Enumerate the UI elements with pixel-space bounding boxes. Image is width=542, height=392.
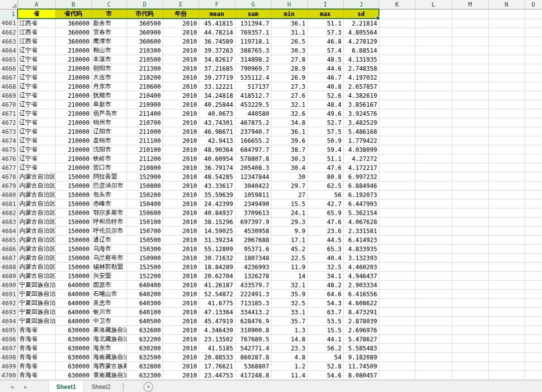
cell-city-code[interactable]: 211300 bbox=[126, 64, 163, 73]
cell-empty[interactable] bbox=[524, 371, 542, 380]
cell-city[interactable]: 包头市 bbox=[91, 190, 126, 200]
tab-sheet2[interactable]: Sheet2 bbox=[84, 380, 118, 392]
cell-province-code[interactable]: 210000 bbox=[55, 73, 91, 82]
row-header[interactable]: 4677 bbox=[0, 163, 18, 172]
cell-empty[interactable] bbox=[415, 290, 452, 299]
cell-empty[interactable] bbox=[415, 263, 452, 272]
cell-max[interactable]: 53.5 bbox=[307, 317, 343, 326]
row-header[interactable]: 4675 bbox=[0, 145, 18, 154]
cell-empty[interactable] bbox=[452, 109, 488, 118]
cell-province[interactable]: 内蒙古自治区 bbox=[18, 172, 55, 181]
cell-min[interactable]: 23.3 bbox=[271, 344, 307, 353]
cell-province[interactable]: 辽宁省 bbox=[18, 100, 55, 109]
column-header-b[interactable]: B bbox=[55, 0, 91, 9]
cell-empty[interactable] bbox=[488, 272, 524, 281]
cell-city-code[interactable]: 150700 bbox=[126, 227, 163, 236]
cell-mean[interactable]: 39.27719 bbox=[199, 73, 235, 82]
cell-city[interactable]: 丹东市 bbox=[91, 82, 126, 91]
row-header[interactable]: 4682 bbox=[0, 209, 18, 218]
row-header[interactable]: 4672 bbox=[0, 118, 18, 127]
cell-sum[interactable]: 433579.7 bbox=[235, 281, 271, 290]
cell-empty[interactable] bbox=[415, 55, 452, 64]
cell-empty[interactable] bbox=[452, 64, 488, 73]
cell-empty[interactable] bbox=[415, 281, 452, 290]
cell-sd[interactable]: 3.482529 bbox=[343, 118, 379, 127]
cell-min[interactable]: 35.7 bbox=[271, 317, 307, 326]
cell-max[interactable]: 40.8 bbox=[307, 82, 343, 91]
cell-empty[interactable] bbox=[379, 100, 415, 109]
cell-city-code[interactable]: 150500 bbox=[126, 236, 163, 245]
cell-province-code[interactable]: 640000 bbox=[55, 299, 91, 308]
cell-max[interactable]: 34.1 bbox=[307, 272, 343, 281]
cell-province-code[interactable]: 640000 bbox=[55, 281, 91, 290]
cell-city-code[interactable]: 210700 bbox=[126, 118, 163, 127]
cell-min[interactable]: 11.9 bbox=[271, 263, 307, 272]
cell-city[interactable]: 抚顺市 bbox=[91, 91, 126, 100]
cell-city[interactable]: 沈阳市 bbox=[91, 145, 126, 154]
cell-city-code[interactable]: 630200 bbox=[126, 344, 163, 353]
row-header[interactable]: 4676 bbox=[0, 154, 18, 163]
cell-empty[interactable] bbox=[415, 28, 452, 37]
cell-year[interactable]: 2010 bbox=[163, 154, 199, 163]
cell-max[interactable]: 42.7 bbox=[307, 200, 343, 209]
cell-year[interactable]: 2010 bbox=[163, 100, 199, 109]
row-header[interactable]: 4690 bbox=[0, 281, 18, 290]
cell-year[interactable]: 2010 bbox=[163, 317, 199, 326]
cell-sd[interactable]: 8.080457 bbox=[343, 371, 379, 380]
cell-mean[interactable]: 41.6775 bbox=[199, 299, 235, 308]
cell-province-code[interactable]: 150000 bbox=[55, 254, 91, 263]
cell-year[interactable]: 2010 bbox=[163, 181, 199, 190]
cell-province-code[interactable]: 360000 bbox=[55, 28, 91, 37]
cell-province[interactable]: 内蒙古自治区 bbox=[18, 263, 55, 272]
cell-empty[interactable] bbox=[415, 227, 452, 236]
cell-empty[interactable] bbox=[452, 308, 488, 317]
cell-empty[interactable] bbox=[415, 371, 452, 380]
cell-empty[interactable] bbox=[524, 362, 542, 371]
cell-sum[interactable]: 4236993 bbox=[235, 263, 271, 272]
cell-empty[interactable] bbox=[379, 91, 415, 100]
cell-mean[interactable]: 4.346439 bbox=[199, 326, 235, 335]
cell-header-min[interactable]: min bbox=[271, 9, 307, 19]
cell-max[interactable]: 52.6 bbox=[307, 91, 343, 100]
cell-province-code[interactable]: 150000 bbox=[55, 236, 91, 245]
cell-empty[interactable] bbox=[415, 136, 452, 145]
cell-city[interactable]: 银川市 bbox=[91, 308, 126, 317]
cell-city[interactable]: 通辽市 bbox=[91, 236, 126, 245]
cell-empty[interactable] bbox=[379, 73, 415, 82]
cell-empty[interactable] bbox=[488, 200, 524, 209]
cell-max[interactable]: 46.8 bbox=[307, 37, 343, 46]
cell-max[interactable]: 15.5 bbox=[307, 326, 343, 335]
cell-sum[interactable]: 684797.7 bbox=[235, 145, 271, 154]
cell-empty[interactable] bbox=[379, 218, 415, 227]
cell-header-year[interactable]: 年份 bbox=[163, 9, 199, 19]
cell-sum[interactable]: 334413.2 bbox=[235, 308, 271, 317]
tab-sheet1[interactable]: Sheet1 bbox=[48, 380, 84, 392]
cell-empty[interactable] bbox=[524, 209, 542, 218]
cell-sum[interactable]: 769357.1 bbox=[235, 28, 271, 37]
column-header-d[interactable]: D bbox=[126, 0, 163, 9]
cell-sum[interactable]: 131394.7 bbox=[235, 19, 271, 28]
cell-max[interactable]: 40.4 bbox=[307, 254, 343, 263]
cell-province-code[interactable]: 210000 bbox=[55, 145, 91, 154]
cell-max[interactable]: 57.5 bbox=[307, 127, 343, 136]
cell-sum[interactable]: 3709613 bbox=[235, 209, 271, 218]
cell-empty[interactable] bbox=[452, 190, 488, 200]
cell-sum[interactable]: 119718.1 bbox=[235, 37, 271, 46]
cell-province-code[interactable]: 640000 bbox=[55, 308, 91, 317]
cell-sum[interactable]: 453229.5 bbox=[235, 100, 271, 109]
cell-province[interactable]: 辽宁省 bbox=[18, 127, 55, 136]
cell-empty[interactable] bbox=[488, 118, 524, 127]
cell-province[interactable]: 内蒙古自治区 bbox=[18, 236, 55, 245]
cell-min[interactable]: 26.5 bbox=[271, 37, 307, 46]
cell-empty[interactable] bbox=[524, 236, 542, 245]
cell-city[interactable]: 葫芦岛市 bbox=[91, 109, 126, 118]
cell-empty[interactable] bbox=[452, 317, 488, 326]
cell-city-code[interactable]: 360600 bbox=[126, 37, 163, 46]
cell-empty[interactable] bbox=[524, 227, 542, 236]
cell-empty[interactable] bbox=[488, 254, 524, 263]
cell-empty[interactable] bbox=[488, 19, 524, 28]
cell-empty[interactable] bbox=[524, 200, 542, 209]
cell-sd[interactable]: 3.924576 bbox=[343, 109, 379, 118]
cell-year[interactable]: 2010 bbox=[163, 353, 199, 362]
cell-empty[interactable] bbox=[379, 136, 415, 145]
